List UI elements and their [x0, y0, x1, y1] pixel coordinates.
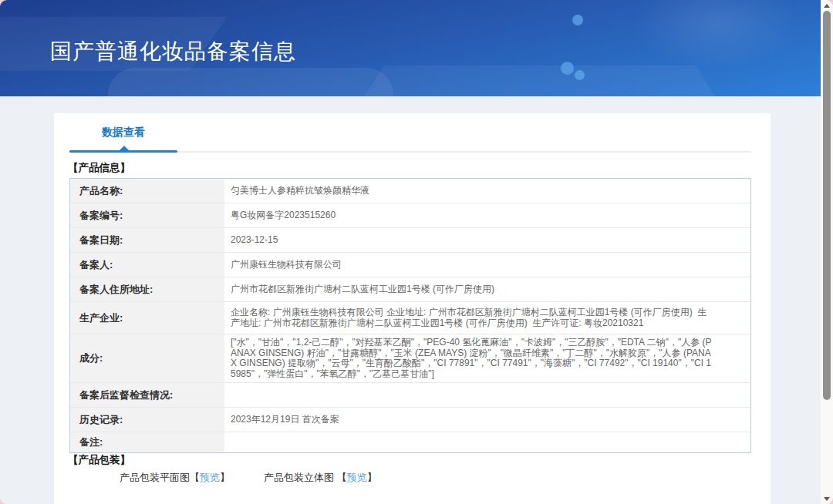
- table-row-filing-date: 备案日期: 2023-12-15: [70, 228, 750, 253]
- page-body: 数据查看 【产品信息】 产品名称: 匀美博士人参精粹抗皱焕颜精华液 备案编号: …: [0, 96, 821, 504]
- table-row-filer: 备案人: 广州康钰生物科技有限公司: [70, 253, 750, 277]
- page-banner: 国产普通化妆品备案信息: [0, 0, 821, 96]
- product-packaging-section-title: 【产品包装】: [68, 453, 130, 467]
- vertical-scrollbar[interactable]: [821, 0, 833, 504]
- bracket-close: 】: [367, 472, 377, 483]
- table-row-remarks: 备注:: [70, 432, 750, 452]
- row-label: 备案编号:: [70, 203, 224, 227]
- package-3d-preview-link[interactable]: 预览: [347, 472, 367, 483]
- table-row-ingredients: 成分: ["水"，"甘油"，"1,2-己二醇"，"对羟基苯乙酮"，"PEG-40…: [70, 334, 750, 383]
- banner-dot-decoration: [575, 70, 585, 80]
- product-info-table: 产品名称: 匀美博士人参精粹抗皱焕颜精华液 备案编号: 粤G妆网备字202351…: [69, 178, 751, 453]
- row-label: 备案后监督检查情况:: [70, 383, 224, 407]
- scroll-down-arrow-icon[interactable]: [824, 497, 830, 501]
- package-3d-image-item: 产品包装立体图 【预览】: [264, 471, 377, 485]
- product-info-section-title: 【产品信息】: [68, 161, 130, 175]
- row-label: 备案日期:: [70, 228, 224, 252]
- table-row-filing-number: 备案编号: 粤G妆网备字2023515260: [70, 203, 750, 228]
- tab-active-underline: [69, 150, 177, 153]
- banner-dot-decoration: [561, 62, 574, 75]
- table-row-product-name: 产品名称: 匀美博士人参精粹抗皱焕颜精华液: [70, 179, 750, 203]
- table-row-supervision: 备案后监督检查情况:: [70, 383, 750, 408]
- package-flat-preview-link[interactable]: 预览: [200, 472, 220, 483]
- row-label: 备注:: [70, 432, 224, 452]
- scrollbar-thumb[interactable]: [823, 11, 831, 400]
- package-flat-label: 产品包装平面图: [120, 472, 190, 483]
- app-window: 国产普通化妆品备案信息 数据查看 【产品信息】 产品名称: 匀美博士人参精粹抗皱…: [0, 0, 833, 504]
- row-value: 2023-12-15: [224, 228, 750, 252]
- tab-data-view[interactable]: 数据查看: [69, 126, 177, 139]
- row-value: 企业名称: 广州康钰生物科技有限公司 企业地址: 广州市花都区新雅街广塘村二队蓝…: [224, 302, 750, 334]
- bracket-close: 】: [220, 472, 230, 483]
- row-label: 生产企业:: [70, 302, 224, 334]
- table-row-manufacturer: 生产企业: 企业名称: 广州康钰生物科技有限公司 企业地址: 广州市花都区新雅街…: [70, 302, 750, 334]
- table-row-filer-address: 备案人住所地址: 广州市花都区新雅街广塘村二队蓝柯工业园1号楼 (可作厂房使用): [70, 277, 750, 302]
- row-value: ["水"，"甘油"，"1,2-己二醇"，"对羟基苯乙酮"，"PEG-40 氢化蓖…: [224, 334, 750, 382]
- banner-decoration: [632, 0, 802, 69]
- package-flat-image-item: 产品包装平面图【预览】: [120, 471, 230, 485]
- banner-dot-decoration: [572, 15, 583, 25]
- tab-divider: [177, 151, 751, 153]
- package-3d-label: 产品包装立体图: [264, 472, 337, 483]
- row-value: 2023年12月19日 首次备案: [224, 408, 750, 432]
- row-value: 广州康钰生物科技有限公司: [224, 253, 750, 277]
- row-value: 粤G妆网备字2023515260: [224, 203, 750, 227]
- banner-decoration: [108, 68, 393, 96]
- row-label: 备案人住所地址:: [70, 277, 224, 301]
- banner-decoration: [363, 66, 717, 96]
- table-row-history: 历史记录: 2023年12月19日 首次备案: [70, 408, 750, 432]
- row-value: 匀美博士人参精粹抗皱焕颜精华液: [224, 179, 750, 203]
- page-title: 国产普通化妆品备案信息: [50, 37, 296, 66]
- row-label: 历史记录:: [70, 408, 224, 432]
- bracket-open: 【: [190, 472, 200, 483]
- row-value: [224, 432, 750, 452]
- row-label: 备案人:: [70, 253, 224, 277]
- bracket-open: 【: [337, 472, 347, 483]
- row-value: 广州市花都区新雅街广塘村二队蓝柯工业园1号楼 (可作厂房使用): [224, 277, 750, 301]
- row-label: 产品名称:: [70, 179, 224, 203]
- content-card: 数据查看 【产品信息】 产品名称: 匀美博士人参精粹抗皱焕颜精华液 备案编号: …: [54, 113, 771, 504]
- scroll-up-arrow-icon[interactable]: [824, 4, 830, 8]
- row-value: [224, 383, 750, 407]
- row-label: 成分:: [70, 334, 224, 382]
